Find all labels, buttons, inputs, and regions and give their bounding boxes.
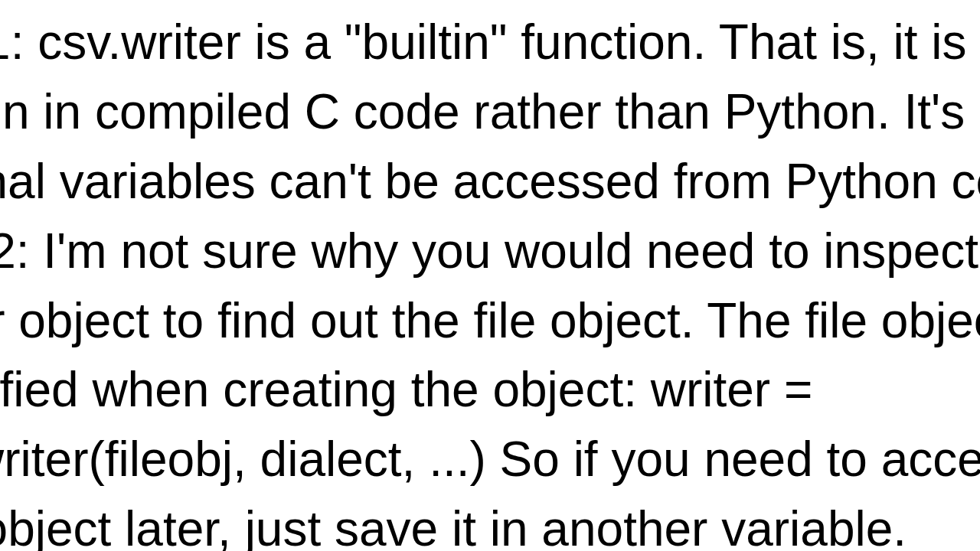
document-body-text: part 1: csv.writer is a "builtin" functi… (0, 8, 980, 551)
